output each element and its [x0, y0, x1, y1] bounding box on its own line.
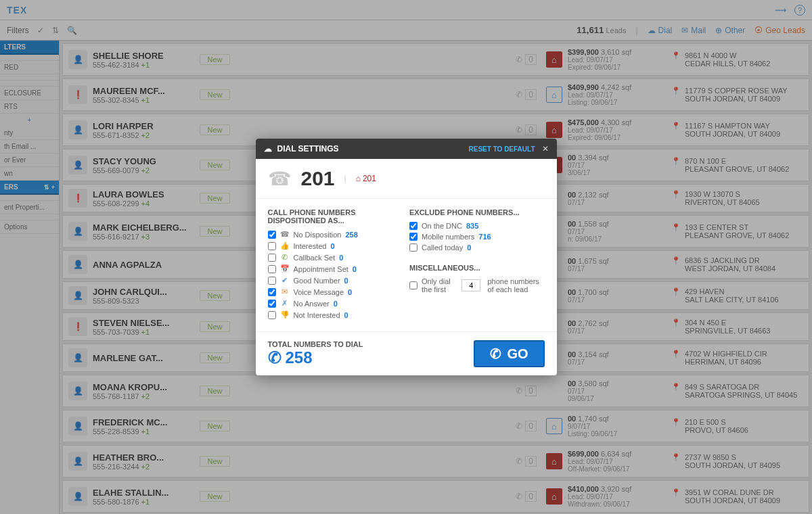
option-checkbox[interactable] — [268, 311, 276, 319]
disposition-option[interactable]: ✗No Answer 0 — [268, 299, 403, 308]
go-button[interactable]: ✆GO — [474, 340, 544, 367]
option-label: On the DNC — [422, 222, 462, 230]
option-icon: ☎ — [280, 230, 290, 239]
go-icon: ✆ — [490, 346, 501, 362]
disposition-option[interactable]: ✉Voice Message 0 — [268, 287, 403, 296]
option-count: 258 — [345, 231, 357, 239]
option-checkbox[interactable] — [268, 288, 276, 296]
modal-header: ☁ DIAL SETTINGS RESET TO DEFAULT ✕ — [256, 139, 557, 159]
cloud-phone-icon: ☁ — [264, 144, 272, 154]
disposition-option[interactable]: 📅Appointment Set 0 — [268, 264, 403, 273]
option-count: 0 — [467, 243, 471, 252]
option-icon: 👍 — [280, 241, 290, 250]
option-count: 0 — [339, 254, 343, 262]
option-label: No Disposition — [294, 231, 342, 239]
option-count: 0 — [344, 311, 348, 319]
option-label: Not Interested — [294, 311, 340, 319]
misc-pre: Only dial the first — [422, 277, 455, 294]
modal-summary: ☎ 201 | ⌂201 — [256, 159, 557, 199]
misc-row: Only dial the first phone numbers of eac… — [409, 277, 545, 294]
exclude-option[interactable]: Called today 0 — [409, 243, 545, 252]
right-header: EXCLUDE PHONE NUMBERS... — [409, 208, 545, 216]
option-label: Called today — [422, 243, 463, 252]
option-label: Interested — [294, 242, 327, 250]
total-number: ✆258 — [268, 348, 363, 367]
dial-count: 201 — [301, 167, 335, 190]
excluded-count: ⌂201 — [356, 174, 376, 183]
option-count: 716 — [478, 233, 491, 241]
modal-title: DIAL SETTINGS — [277, 144, 339, 154]
option-label: Good Number — [294, 277, 340, 285]
left-column: CALL PHONE NUMBERS DISPOSITIONED AS... ☎… — [268, 208, 403, 322]
disposition-option[interactable]: ☎No Disposition 258 — [268, 230, 403, 239]
option-icon: 📅 — [280, 264, 290, 273]
option-checkbox[interactable] — [268, 277, 276, 285]
misc-count-input[interactable] — [461, 279, 480, 291]
option-count: 835 — [466, 222, 478, 230]
option-icon: ✆ — [280, 253, 290, 262]
option-checkbox[interactable] — [268, 242, 276, 250]
option-label: No Answer — [294, 300, 330, 308]
modal-body: CALL PHONE NUMBERS DISPOSITIONED AS... ☎… — [256, 199, 557, 331]
option-count: 0 — [348, 288, 352, 296]
right-column: EXCLUDE PHONE NUMBERS... On the DNC 835M… — [409, 208, 545, 322]
modal-overlay: ☁ DIAL SETTINGS RESET TO DEFAULT ✕ ☎ 201… — [0, 0, 812, 514]
option-checkbox[interactable] — [268, 300, 276, 308]
disposition-option[interactable]: 👎Not Interested 0 — [268, 310, 403, 319]
option-count: 0 — [353, 265, 357, 273]
modal-footer: TOTAL NUMBERS TO DIAL ✆258 ✆GO — [256, 331, 557, 375]
option-label: Appointment Set — [294, 265, 348, 273]
option-icon: 👎 — [280, 310, 290, 319]
misc-header: MISCELLANEOUS... — [409, 264, 545, 272]
option-checkbox[interactable] — [268, 254, 276, 262]
option-count: 0 — [330, 242, 334, 250]
exclude-option[interactable]: Mobile numbers 716 — [409, 233, 545, 241]
disposition-option[interactable]: 👍Interested 0 — [268, 241, 403, 250]
house-icon: ⌂ — [356, 174, 361, 183]
phone-icon: ☎ — [268, 168, 292, 190]
phone-circle-icon: ✆ — [268, 348, 281, 367]
option-icon: ✔ — [280, 276, 290, 285]
option-count: 0 — [344, 277, 348, 285]
left-header: CALL PHONE NUMBERS DISPOSITIONED AS... — [268, 208, 403, 225]
option-checkbox[interactable] — [409, 233, 418, 241]
option-icon: ✗ — [280, 299, 290, 308]
option-checkbox[interactable] — [409, 222, 418, 230]
total-label: TOTAL NUMBERS TO DIAL — [268, 340, 363, 348]
disposition-option[interactable]: ✆Callback Set 0 — [268, 253, 403, 262]
option-checkbox[interactable] — [268, 265, 276, 273]
misc-post: phone numbers of each lead — [487, 277, 544, 294]
exclude-option[interactable]: On the DNC 835 — [409, 222, 545, 230]
dial-settings-modal: ☁ DIAL SETTINGS RESET TO DEFAULT ✕ ☎ 201… — [256, 139, 557, 375]
option-checkbox[interactable] — [268, 231, 276, 239]
option-label: Voice Message — [294, 288, 344, 296]
option-count: 0 — [334, 300, 338, 308]
option-icon: ✉ — [280, 287, 290, 296]
option-checkbox[interactable] — [409, 243, 418, 252]
option-label: Mobile numbers — [422, 233, 474, 241]
reset-link[interactable]: RESET TO DEFAULT — [469, 145, 535, 153]
disposition-option[interactable]: ✔Good Number 0 — [268, 276, 403, 285]
close-icon[interactable]: ✕ — [542, 144, 549, 154]
misc-checkbox[interactable] — [409, 281, 418, 289]
option-label: Callback Set — [294, 254, 336, 262]
